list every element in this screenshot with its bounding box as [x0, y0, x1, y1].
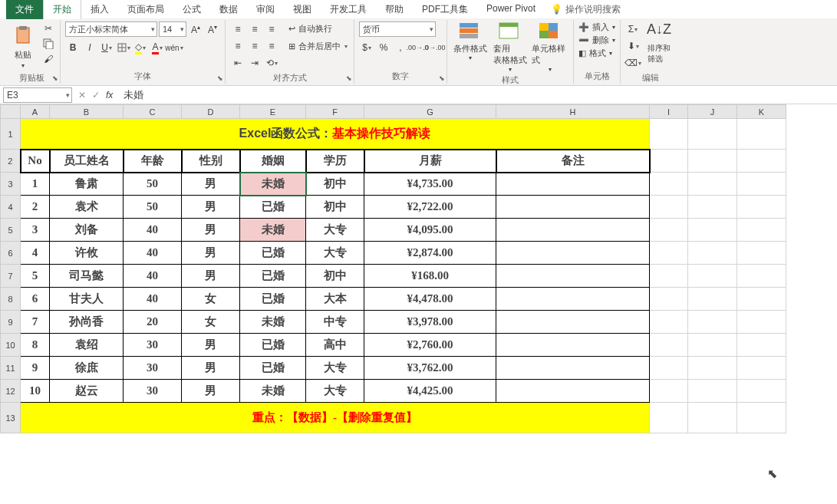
cell-salary[interactable]: ¥168.00 — [364, 265, 496, 288]
number-format-combo[interactable]: 货币 — [359, 21, 436, 37]
enter-icon[interactable]: ✓ — [92, 90, 100, 100]
align-bottom-button[interactable]: ≡ — [264, 21, 279, 37]
table-header[interactable]: 婚姻 — [240, 150, 306, 173]
align-launcher[interactable]: ⬊ — [346, 74, 352, 82]
cell-sex[interactable]: 男 — [182, 334, 240, 357]
align-left-button[interactable]: ≡ — [230, 38, 245, 54]
cell-name[interactable]: 徐庶 — [50, 357, 124, 380]
row-header[interactable]: 10 — [1, 334, 21, 357]
cell-salary[interactable]: ¥4,735.00 — [364, 173, 496, 196]
cell-salary[interactable]: ¥4,425.00 — [364, 380, 496, 403]
align-right-button[interactable]: ≡ — [264, 38, 279, 54]
row-header[interactable]: 9 — [1, 311, 21, 334]
col-header[interactable]: I — [650, 105, 688, 119]
align-middle-button[interactable]: ≡ — [247, 21, 262, 37]
title-cell[interactable]: Excel函数公式：基本操作技巧解读 — [21, 119, 650, 150]
worksheet-grid[interactable]: ABCDEFGHIJK1Excel函数公式：基本操作技巧解读2No员工姓名年龄性… — [0, 104, 837, 503]
cell-marriage[interactable]: 已婚 — [240, 357, 306, 380]
row-header[interactable]: 11 — [1, 357, 21, 380]
increase-indent-button[interactable]: ⇥ — [247, 55, 262, 71]
fill-button[interactable]: ⬇ — [625, 38, 641, 54]
cell-remark[interactable] — [496, 265, 650, 288]
percent-button[interactable]: % — [376, 40, 391, 55]
tab-公式[interactable]: 公式 — [173, 0, 210, 19]
cell-edu[interactable]: 大专 — [306, 219, 364, 242]
cell-age[interactable]: 50 — [124, 196, 182, 219]
name-box[interactable]: E3 — [3, 87, 72, 103]
cell-edu[interactable]: 中专 — [306, 311, 364, 334]
wrap-text-button[interactable]: ↩自动换行 — [287, 21, 349, 36]
col-header[interactable]: F — [306, 105, 364, 119]
table-header[interactable]: 月薪 — [364, 150, 496, 173]
tab-file[interactable]: 文件 — [6, 0, 43, 19]
cell-name[interactable]: 刘备 — [50, 219, 124, 242]
format-painter-button[interactable]: 🖌 — [41, 52, 55, 66]
table-header[interactable]: 备注 — [496, 150, 650, 173]
col-header[interactable]: C — [124, 105, 182, 119]
cell-age[interactable]: 20 — [124, 311, 182, 334]
cell-edu[interactable]: 大专 — [306, 242, 364, 265]
border-button[interactable] — [116, 40, 131, 55]
cell-name[interactable]: 司马懿 — [50, 265, 124, 288]
cell-remark[interactable] — [496, 288, 650, 311]
row-header[interactable]: 5 — [1, 219, 21, 242]
cell-sex[interactable]: 男 — [182, 380, 240, 403]
font-launcher[interactable]: ⬊ — [217, 74, 223, 82]
cell-name[interactable]: 许攸 — [50, 242, 124, 265]
cell-sex[interactable]: 男 — [182, 357, 240, 380]
col-header[interactable]: B — [50, 105, 124, 119]
format-cells-button[interactable]: ◧格式▾ — [578, 48, 615, 59]
row-header[interactable]: 3 — [1, 173, 21, 196]
cell-name[interactable]: 鲁肃 — [50, 173, 124, 196]
tab-Power Pivot[interactable]: Power Pivot — [477, 0, 545, 19]
col-header[interactable]: E — [240, 105, 306, 119]
table-format-button[interactable]: 套用 表格格式▾ — [492, 21, 529, 73]
cell-marriage[interactable]: 未婚 — [240, 311, 306, 334]
col-header[interactable]: K — [737, 105, 786, 119]
cell-styles-button[interactable]: 单元格样式▾ — [532, 21, 568, 73]
font-name-combo[interactable]: 方正小标宋简体 — [65, 21, 157, 37]
row-header[interactable]: 13 — [1, 403, 21, 433]
col-header[interactable]: A — [21, 105, 50, 119]
cell-sex[interactable]: 女 — [182, 288, 240, 311]
cell-age[interactable]: 50 — [124, 173, 182, 196]
number-launcher[interactable]: ⬊ — [439, 74, 445, 82]
cell-salary[interactable]: ¥4,095.00 — [364, 219, 496, 242]
align-center-button[interactable]: ≡ — [247, 38, 262, 54]
decrease-decimal-button[interactable]: .0→.00 — [427, 40, 442, 55]
cell-remark[interactable] — [496, 173, 650, 196]
cell-no[interactable]: 3 — [21, 219, 50, 242]
cell-name[interactable]: 赵云 — [50, 380, 124, 403]
delete-cells-button[interactable]: ➖删除▾ — [578, 35, 615, 46]
cell-remark[interactable] — [496, 311, 650, 334]
row-header[interactable]: 7 — [1, 265, 21, 288]
tab-PDF工具集[interactable]: PDF工具集 — [413, 0, 477, 19]
table-header[interactable]: 员工姓名 — [50, 150, 124, 173]
cell-remark[interactable] — [496, 357, 650, 380]
tab-home[interactable]: 开始 — [43, 0, 81, 19]
cell-salary[interactable]: ¥2,722.00 — [364, 196, 496, 219]
conditional-format-button[interactable]: 条件格式▾ — [452, 21, 489, 61]
row-header[interactable]: 1 — [1, 119, 21, 150]
cell-age[interactable]: 40 — [124, 265, 182, 288]
decrease-font-button[interactable]: A▾ — [205, 21, 220, 37]
bold-button[interactable]: B — [65, 40, 81, 55]
tab-插入[interactable]: 插入 — [81, 0, 118, 19]
formula-input[interactable]: 未婚 — [119, 88, 837, 102]
cell-sex[interactable]: 男 — [182, 196, 240, 219]
cell-remark[interactable] — [496, 196, 650, 219]
phonetic-button[interactable]: wén — [166, 40, 182, 55]
cell-marriage[interactable]: 未婚 — [240, 219, 306, 242]
cell-marriage[interactable]: 未婚 — [240, 173, 306, 196]
row-header[interactable]: 12 — [1, 380, 21, 403]
cell-edu[interactable]: 初中 — [306, 173, 364, 196]
cell-no[interactable]: 1 — [21, 173, 50, 196]
tab-帮助[interactable]: 帮助 — [376, 0, 413, 19]
clipboard-launcher[interactable]: ⬊ — [52, 74, 58, 82]
cancel-icon[interactable]: ✕ — [78, 90, 86, 100]
insert-cells-button[interactable]: ➕插入▾ — [578, 21, 615, 33]
tab-页面布局[interactable]: 页面布局 — [118, 0, 173, 19]
increase-font-button[interactable]: A▴ — [188, 21, 203, 37]
col-header[interactable]: G — [364, 105, 496, 119]
table-header[interactable]: 性别 — [182, 150, 240, 173]
